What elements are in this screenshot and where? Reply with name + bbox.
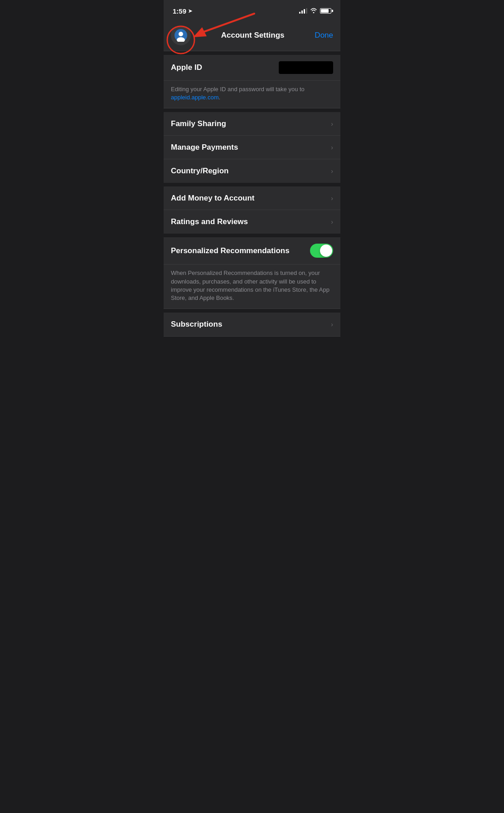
add-money-row[interactable]: Add Money to Account › <box>164 186 340 210</box>
battery-icon <box>320 8 331 14</box>
chevron-icon: › <box>331 195 333 202</box>
personalized-rec-toggle[interactable] <box>310 244 333 258</box>
section-2: Add Money to Account › Ratings and Revie… <box>164 186 340 234</box>
subscriptions-row[interactable]: Subscriptions › <box>164 313 340 336</box>
chevron-icon: › <box>331 218 333 225</box>
avatar[interactable] <box>171 25 191 45</box>
done-button[interactable]: Done <box>315 31 333 40</box>
section-1: Family Sharing › Manage Payments › Count… <box>164 112 340 183</box>
manage-payments-row[interactable]: Manage Payments › <box>164 136 340 159</box>
apple-id-link[interactable]: appleid.apple.com <box>171 94 219 101</box>
ratings-reviews-row[interactable]: Ratings and Reviews › <box>164 210 340 234</box>
section-divider-4 <box>164 309 340 313</box>
bottom-separator <box>164 336 340 337</box>
apple-id-row[interactable]: Apple ID jo <box>164 55 340 81</box>
description-text: Editing your Apple ID and password will … <box>171 85 333 102</box>
nav-title: Account Settings <box>191 31 315 40</box>
signal-icon <box>299 8 307 14</box>
chevron-icon: › <box>331 144 333 151</box>
family-sharing-label: Family Sharing <box>171 119 226 128</box>
section-divider-top <box>164 51 340 55</box>
chevron-icon: › <box>331 167 333 175</box>
section-4: Subscriptions › <box>164 313 340 336</box>
personalized-rec-description: When Personalized Recommendations is tur… <box>164 264 340 309</box>
wifi-icon <box>310 8 317 15</box>
nav-bar: Account Settings Done <box>164 20 340 51</box>
chevron-icon: › <box>331 120 333 127</box>
svg-point-4 <box>179 32 183 36</box>
add-money-label: Add Money to Account <box>171 194 254 203</box>
country-region-label: Country/Region <box>171 167 229 176</box>
location-icon: ➤ <box>188 8 192 14</box>
status-time: 1:59 ➤ <box>173 7 192 15</box>
section-divider-2 <box>164 183 340 186</box>
time-display: 1:59 <box>173 7 186 15</box>
country-region-row[interactable]: Country/Region › <box>164 159 340 183</box>
personalized-rec-row[interactable]: Personalized Recommendations <box>164 237 340 264</box>
chevron-icon: › <box>331 321 333 328</box>
section-divider-3 <box>164 234 340 237</box>
status-bar: 1:59 ➤ <box>164 0 340 20</box>
apple-id-value: jo <box>279 61 333 74</box>
apple-id-label: Apple ID <box>171 63 202 72</box>
subscriptions-label: Subscriptions <box>171 320 222 329</box>
section-divider-1 <box>164 108 340 112</box>
status-icons <box>299 8 331 15</box>
apple-id-description: Editing your Apple ID and password will … <box>164 81 340 108</box>
manage-payments-label: Manage Payments <box>171 143 238 152</box>
recommendations-desc-text: When Personalized Recommendations is tur… <box>171 269 333 302</box>
personalized-rec-label: Personalized Recommendations <box>171 246 290 255</box>
apple-id-section: Apple ID jo Editing your Apple ID and pa… <box>164 55 340 108</box>
section-3: Personalized Recommendations When Person… <box>164 237 340 309</box>
family-sharing-row[interactable]: Family Sharing › <box>164 112 340 136</box>
ratings-reviews-label: Ratings and Reviews <box>171 217 248 226</box>
phone-container: 1:59 ➤ <box>164 0 340 383</box>
